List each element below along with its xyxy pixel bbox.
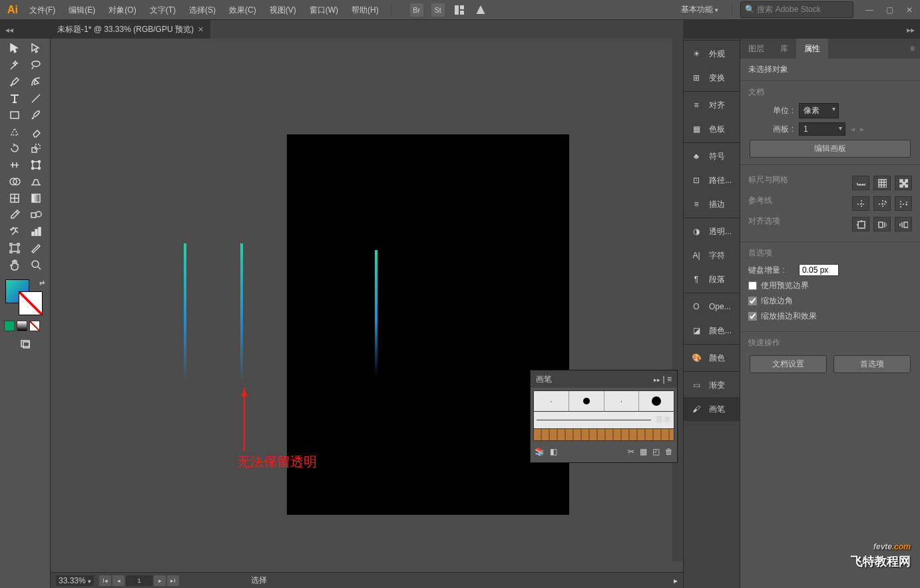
column-graph-tool[interactable] [25, 223, 47, 239]
menu-item[interactable]: 视图(V) [263, 0, 303, 20]
panel-shortcut[interactable]: ⊡路径... [684, 168, 740, 192]
last-artboard-icon[interactable]: ▸I [167, 575, 179, 586]
panel-shortcut[interactable]: ≡对齐 [684, 93, 740, 117]
symbol-sprayer-tool[interactable] [4, 223, 25, 239]
first-artboard-icon[interactable]: I◂ [99, 575, 111, 586]
perspective-grid-tool[interactable] [25, 173, 47, 190]
new-brush-icon[interactable]: ◰ [652, 447, 660, 456]
menu-item[interactable]: 文件(F) [23, 0, 62, 20]
panel-shortcut[interactable]: 🖌画笔 [684, 397, 740, 421]
zoom-tool[interactable] [25, 256, 47, 273]
zoom-level[interactable]: 33.33% ▾ [56, 575, 94, 586]
brush-presets-row[interactable]: · · [533, 390, 674, 412]
artboard-dropdown[interactable]: 1 [799, 122, 845, 136]
snap-pixel-icon[interactable] [852, 217, 869, 231]
prev-artboard-nav-icon[interactable]: ◂ [113, 575, 124, 586]
left-expand-icon[interactable]: ◂◂ [5, 25, 13, 35]
edit-artboards-button[interactable]: 编辑画板 [750, 140, 911, 158]
gradient-mode[interactable] [17, 321, 27, 331]
mesh-tool[interactable] [4, 190, 25, 206]
type-tool[interactable] [4, 90, 25, 106]
next-artboard-icon[interactable]: ▸ [860, 124, 864, 134]
right-expand-icon[interactable]: ▸▸ [907, 25, 915, 35]
tab-library[interactable]: 库 [772, 39, 796, 59]
line-tool[interactable] [25, 90, 47, 106]
snap-point-icon[interactable] [873, 217, 891, 231]
panel-shortcut[interactable]: ¶段落 [684, 267, 740, 291]
panel-shortcut[interactable]: ☀外观 [684, 42, 740, 66]
none-mode[interactable] [29, 321, 40, 331]
document-setup-button[interactable]: 文档设置 [750, 355, 827, 373]
library-icon[interactable]: 📚 [535, 447, 545, 456]
basic-brush-row[interactable]: 基本 [533, 412, 674, 429]
curvature-tool[interactable] [25, 73, 47, 90]
color-mode[interactable] [4, 321, 15, 331]
search-input[interactable]: 🔍 搜索 Adobe Stock [740, 1, 853, 18]
blend-tool[interactable] [25, 206, 47, 223]
panel-shortcut[interactable]: ▭渐变 [684, 373, 740, 397]
hand-tool[interactable] [4, 256, 25, 273]
selection-tool[interactable] [4, 40, 25, 57]
brush-options-icon[interactable]: ◧ [550, 447, 557, 456]
canvas-area[interactable]: 无法保留透明 [51, 39, 683, 572]
panel-shortcut[interactable]: ⊞变换 [684, 66, 740, 90]
width-tool[interactable] [4, 156, 25, 173]
stock-icon[interactable]: St [431, 3, 445, 17]
shaper-tool[interactable] [4, 123, 25, 140]
artboard-tool[interactable] [4, 239, 25, 256]
grid-icon[interactable] [873, 176, 891, 190]
prev-artboard-icon[interactable]: ◂ [851, 124, 855, 134]
stroke-swatch[interactable] [19, 291, 43, 315]
bridge-icon[interactable]: Br [410, 3, 423, 17]
direct-selection-tool[interactable] [25, 40, 47, 57]
menu-item[interactable]: 帮助(H) [345, 0, 385, 20]
eyedropper-tool[interactable] [4, 206, 25, 223]
tab-properties[interactable]: 属性 [796, 39, 828, 59]
rotate-tool[interactable] [4, 140, 25, 156]
gpu-icon[interactable] [474, 3, 487, 17]
remove-stroke-icon[interactable]: ✂ [628, 447, 634, 456]
panel-shortcut[interactable]: OOpe... [684, 295, 740, 319]
menu-item[interactable]: 选择(S) [182, 0, 222, 20]
free-transform-tool[interactable] [25, 156, 47, 173]
color-swatches[interactable]: ⇄ [4, 279, 46, 315]
rectangle-tool[interactable] [4, 106, 25, 123]
menu-item[interactable]: 编辑(E) [62, 0, 102, 20]
guides-visibility-icon[interactable] [852, 196, 869, 211]
brush-options2-icon[interactable]: ▦ [640, 447, 647, 456]
lasso-tool[interactable] [25, 57, 47, 73]
workspace-dropdown[interactable]: 基本功能 ▾ [676, 1, 724, 18]
tab-layers[interactable]: 图层 [740, 39, 772, 59]
close-tab-icon[interactable]: ✕ [198, 25, 204, 34]
vertical-scrollbar[interactable] [672, 39, 683, 561]
transparency-grid-icon[interactable] [895, 176, 912, 190]
preferences-button[interactable]: 首选项 [833, 355, 911, 373]
shape-builder-tool[interactable] [4, 173, 25, 190]
pen-tool[interactable] [4, 73, 25, 90]
scale-corners-checkbox[interactable]: 缩放边角 [748, 295, 912, 307]
close-button[interactable]: ✕ [901, 4, 917, 16]
unit-dropdown[interactable]: 像素 [799, 103, 839, 118]
artboard-number[interactable]: 1 [126, 575, 152, 586]
menu-item[interactable]: 效果(C) [222, 0, 263, 20]
gradient-tool[interactable] [25, 190, 47, 206]
minimize-button[interactable]: — [861, 4, 877, 16]
scale-tool[interactable] [25, 140, 47, 156]
preview-bounds-checkbox[interactable]: 使用预览边界 [748, 280, 912, 291]
snap-grid-icon[interactable] [895, 217, 912, 231]
panel-shortcut[interactable]: ◑透明... [684, 220, 740, 243]
panel-shortcut[interactable]: ◪颜色... [684, 319, 740, 343]
brushes-panel[interactable]: 画笔 ▸▸ | ≡ · · 基本 📚 ◧ ✂ ▦ ◰ 🗑 [530, 370, 678, 463]
document-tab[interactable]: 未标题-1* @ 33.33% (RGB/GPU 预览) ✕ [51, 20, 210, 39]
key-increment-input[interactable] [799, 264, 839, 276]
panel-menu-icon[interactable]: ≡ [902, 39, 920, 59]
menu-item[interactable]: 对象(O) [102, 0, 142, 20]
art-brush-row[interactable] [533, 429, 674, 441]
menu-item[interactable]: 文字(T) [143, 0, 182, 20]
maximize-button[interactable]: ▢ [881, 4, 897, 16]
smart-guides-icon[interactable] [895, 196, 912, 211]
panel-shortcut[interactable]: ▦色板 [684, 117, 740, 141]
screen-mode-tool[interactable] [15, 335, 36, 352]
slice-tool[interactable] [25, 239, 47, 256]
panel-shortcut[interactable]: ♣符号 [684, 144, 740, 168]
